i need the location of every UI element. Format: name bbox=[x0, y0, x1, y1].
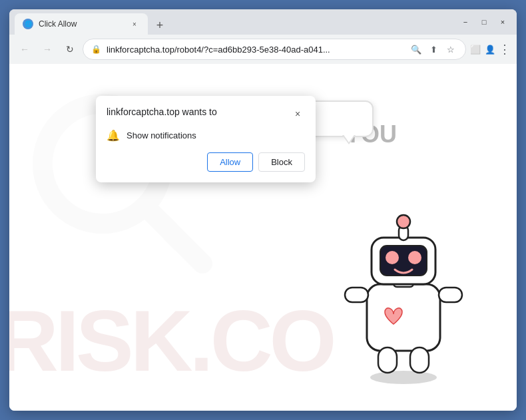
block-button[interactable]: Block bbox=[258, 152, 305, 172]
popup-buttons: Allow Block bbox=[107, 152, 305, 172]
extension-icon[interactable]: ⬜ bbox=[469, 43, 482, 56]
permission-text: Show notifications bbox=[127, 130, 196, 140]
title-bar: 🌐 Click Allow × + − □ × bbox=[9, 9, 517, 35]
popup-title: linkforcaptcha.top wants to bbox=[107, 106, 217, 117]
share-icon[interactable]: ⬆ bbox=[427, 43, 440, 56]
menu-icon[interactable]: ⋮ bbox=[498, 43, 511, 56]
nav-extra-icons: ⬜ 👤 ⋮ bbox=[469, 43, 511, 56]
svg-point-10 bbox=[408, 251, 421, 264]
popup-permission-row: 🔔 Show notifications bbox=[107, 129, 305, 142]
maximize-button[interactable]: □ bbox=[475, 13, 493, 31]
back-button[interactable]: ← bbox=[15, 39, 35, 59]
robot-illustration bbox=[330, 178, 477, 391]
tabs-area: 🌐 Click Allow × + bbox=[15, 9, 457, 35]
lock-icon: 🔒 bbox=[91, 45, 101, 54]
active-tab[interactable]: 🌐 Click Allow × bbox=[15, 13, 148, 35]
bell-icon: 🔔 bbox=[107, 129, 120, 142]
bookmark-icon[interactable]: ☆ bbox=[444, 43, 457, 56]
popup-close-button[interactable]: × bbox=[290, 106, 305, 121]
popup-header: linkforcaptcha.top wants to × bbox=[107, 106, 305, 121]
favicon-icon: 🌐 bbox=[25, 21, 32, 27]
svg-rect-14 bbox=[410, 347, 429, 373]
svg-rect-13 bbox=[378, 347, 397, 373]
tab-favicon: 🌐 bbox=[23, 19, 33, 29]
nav-bar: ← → ↻ 🔒 linkforcaptcha.top/robot4/?c=ad6… bbox=[9, 35, 517, 64]
address-bar-icons: 🔍 ⬆ ☆ bbox=[409, 43, 457, 56]
refresh-button[interactable]: ↻ bbox=[60, 39, 80, 59]
svg-point-9 bbox=[386, 251, 399, 264]
svg-point-7 bbox=[397, 215, 410, 228]
content-area: YOU RISK.CO bbox=[9, 64, 517, 411]
forward-button[interactable]: → bbox=[37, 39, 57, 59]
browser-window: 🌐 Click Allow × + − □ × ← → ↻ 🔒 linkforc… bbox=[9, 9, 517, 411]
allow-button[interactable]: Allow bbox=[207, 152, 253, 172]
tab-close-button[interactable]: × bbox=[129, 19, 140, 29]
address-text: linkforcaptcha.top/robot4/?c=ad6bb293-5e… bbox=[107, 45, 404, 55]
svg-rect-3 bbox=[367, 284, 440, 351]
address-bar[interactable]: 🔒 linkforcaptcha.top/robot4/?c=ad6bb293-… bbox=[83, 39, 466, 60]
window-controls: − □ × bbox=[457, 13, 511, 31]
risk-watermark: RISK.CO bbox=[9, 291, 334, 391]
svg-line-1 bbox=[149, 210, 202, 264]
minimize-button[interactable]: − bbox=[457, 13, 474, 31]
close-button[interactable]: × bbox=[494, 13, 511, 31]
svg-rect-12 bbox=[439, 288, 462, 302]
svg-rect-11 bbox=[345, 288, 368, 302]
search-icon[interactable]: 🔍 bbox=[409, 43, 423, 56]
profile-icon[interactable]: 👤 bbox=[483, 43, 497, 56]
notification-popup: linkforcaptcha.top wants to × 🔔 Show not… bbox=[96, 96, 316, 182]
tab-title: Click Allow bbox=[39, 19, 124, 29]
new-tab-button[interactable]: + bbox=[150, 16, 169, 35]
svg-point-2 bbox=[370, 371, 437, 384]
